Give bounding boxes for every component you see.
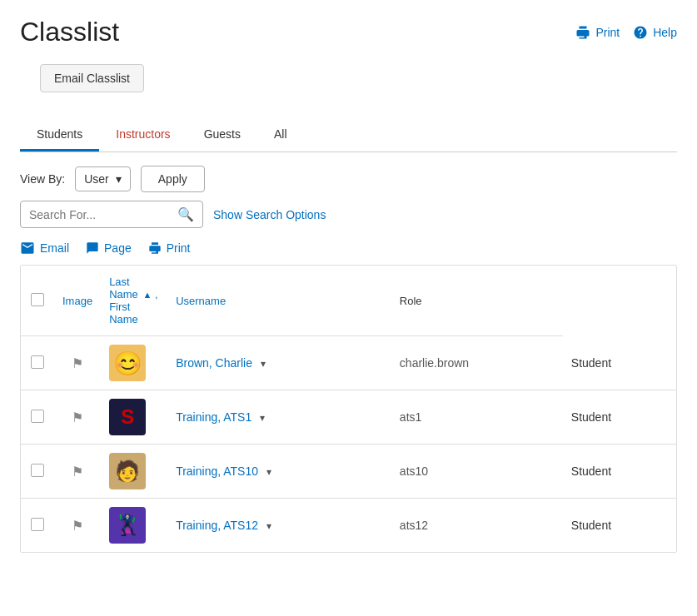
chevron-down-icon: ▾ xyxy=(266,466,271,478)
email-classlist-container: Email Classlist xyxy=(20,56,677,106)
view-by-label: View By: xyxy=(20,172,65,186)
row-image-cell: 😊 xyxy=(101,336,167,390)
email-action-button[interactable]: Email xyxy=(20,241,69,255)
table-row: ⚑ 🦹 Training, ATS12 ▾ ats12 Student xyxy=(21,499,676,553)
help-label: Help xyxy=(653,26,677,39)
search-box: 🔍 xyxy=(20,201,203,228)
avatar: S xyxy=(109,399,146,435)
row-role-cell: Student xyxy=(563,499,676,553)
chevron-down-icon: ▾ xyxy=(261,358,266,370)
apply-button[interactable]: Apply xyxy=(141,166,205,192)
chevron-down-icon: ▾ xyxy=(266,520,271,532)
email-classlist-button[interactable]: Email Classlist xyxy=(40,64,144,92)
th-role: Role xyxy=(391,266,563,336)
row-name-cell[interactable]: Training, ATS12 ▾ xyxy=(167,499,391,553)
row-name-cell[interactable]: Brown, Charlie ▾ xyxy=(167,336,391,390)
action-bar: Email Page Print xyxy=(20,241,677,255)
print-icon xyxy=(575,25,590,40)
row-flag-cell: ⚑ xyxy=(54,336,101,390)
tabs-container: Students Instructors Guests All xyxy=(20,119,677,152)
row-username-cell: ats1 xyxy=(391,390,563,445)
avatar: 🧑 xyxy=(109,453,146,489)
help-button[interactable]: Help xyxy=(633,25,677,40)
sort-asc-icon: ▲ xyxy=(142,290,152,300)
flag-icon: ⚑ xyxy=(72,410,83,425)
header: Classlist Print Help xyxy=(0,0,697,56)
print-label: Print xyxy=(595,26,620,39)
th-username[interactable]: Username xyxy=(167,266,391,336)
row-checkbox-cell xyxy=(21,499,54,553)
row-flag-cell: ⚑ xyxy=(54,445,101,499)
row-checkbox[interactable] xyxy=(31,518,44,531)
print-action-icon xyxy=(148,241,162,255)
page-action-button[interactable]: Page xyxy=(86,241,132,255)
flag-icon: ⚑ xyxy=(72,519,83,533)
chevron-down-icon: ▾ xyxy=(116,172,122,186)
print-action-button[interactable]: Print xyxy=(148,241,191,255)
email-icon xyxy=(20,242,35,254)
classlist-table-container: Image Last Name ▲ , First Name Username … xyxy=(20,265,677,553)
table-header-row: Image Last Name ▲ , First Name Username … xyxy=(21,266,676,336)
show-search-options-link[interactable]: Show Search Options xyxy=(213,208,326,221)
print-action-label: Print xyxy=(167,241,191,255)
avatar: 😊 xyxy=(109,345,146,381)
header-actions: Print Help xyxy=(575,25,677,40)
page-title: Classlist xyxy=(20,17,119,47)
tab-students[interactable]: Students xyxy=(20,119,99,152)
row-name-cell[interactable]: Training, ATS10 ▾ xyxy=(167,445,391,499)
tab-all[interactable]: All xyxy=(257,119,304,152)
row-checkbox[interactable] xyxy=(31,355,44,369)
row-role-cell: Student xyxy=(563,336,676,390)
flag-icon: ⚑ xyxy=(72,464,83,479)
th-name[interactable]: Last Name ▲ , First Name xyxy=(101,266,167,336)
avatar: 🦹 xyxy=(109,507,146,544)
table-row: ⚑ 🧑 Training, ATS10 ▾ ats10 Student xyxy=(21,445,676,499)
tab-guests[interactable]: Guests xyxy=(187,119,257,152)
search-icon[interactable]: 🔍 xyxy=(177,206,194,222)
row-username-cell: charlie.brown xyxy=(391,336,563,390)
row-flag-cell: ⚑ xyxy=(54,390,101,445)
select-all-checkbox[interactable] xyxy=(31,293,44,306)
email-action-label: Email xyxy=(40,241,69,255)
row-checkbox[interactable] xyxy=(31,410,44,423)
classlist-table: Image Last Name ▲ , First Name Username … xyxy=(21,266,676,552)
page-icon xyxy=(86,241,99,255)
view-by-value: User xyxy=(84,172,109,186)
search-row: 🔍 Show Search Options xyxy=(20,201,677,228)
controls-bar: View By: User ▾ Apply xyxy=(20,166,677,192)
help-icon xyxy=(633,25,648,40)
row-image-cell: 🧑 xyxy=(101,445,167,499)
th-image: Image xyxy=(54,266,101,336)
row-checkbox-cell xyxy=(21,390,54,445)
row-checkbox[interactable] xyxy=(31,464,44,477)
print-button[interactable]: Print xyxy=(575,25,620,40)
page-action-label: Page xyxy=(104,241,132,255)
table-row: ⚑ 😊 Brown, Charlie ▾ charlie.brown Stude… xyxy=(21,336,676,390)
row-role-cell: Student xyxy=(563,390,676,445)
th-checkbox xyxy=(21,266,54,336)
row-image-cell: S xyxy=(101,390,167,445)
chevron-down-icon: ▾ xyxy=(260,412,265,424)
row-checkbox-cell xyxy=(21,336,54,390)
row-image-cell: 🦹 xyxy=(101,499,167,553)
view-by-select[interactable]: User ▾ xyxy=(75,166,131,191)
tab-instructors[interactable]: Instructors xyxy=(99,119,187,152)
row-flag-cell: ⚑ xyxy=(54,499,101,553)
row-username-cell: ats12 xyxy=(391,499,563,553)
row-name-cell[interactable]: Training, ATS1 ▾ xyxy=(167,390,391,445)
table-row: ⚑ S Training, ATS1 ▾ ats1 Student xyxy=(21,390,676,445)
row-username-cell: ats10 xyxy=(391,445,563,499)
search-input[interactable] xyxy=(29,208,177,221)
flag-icon: ⚑ xyxy=(72,356,83,370)
row-role-cell: Student xyxy=(563,445,676,499)
row-checkbox-cell xyxy=(21,445,54,499)
